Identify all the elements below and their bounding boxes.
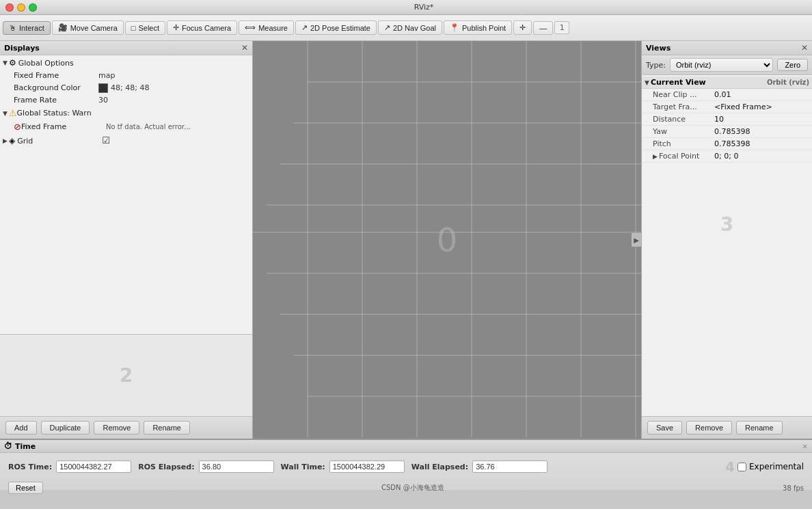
views-type-select[interactable]: Orbit (rviz) xyxy=(670,58,773,72)
background-color-value: 48; 48; 48 xyxy=(98,83,149,93)
global-status-row[interactable]: ▼ ⚠ Global Status: Warn xyxy=(0,107,252,120)
pitch-value: 0.785398 xyxy=(714,139,750,148)
nav-goal-icon: ↗ xyxy=(384,23,390,32)
remove-display-button[interactable]: Remove xyxy=(94,421,139,435)
fixed-frame-row[interactable]: Fixed Frame map xyxy=(0,70,252,82)
views-zero-button[interactable]: Zero xyxy=(777,59,808,71)
orbit-label: Orbit (rviz) xyxy=(767,79,809,86)
clock-icon: ⏱ xyxy=(4,441,12,451)
near-clip-row[interactable]: Near Clip ... 0.01 xyxy=(642,89,812,101)
measure-button[interactable]: ⟺ Measure xyxy=(239,20,294,35)
warn-icon: ⚠ xyxy=(9,107,17,120)
views-type-label: Type: xyxy=(646,61,666,70)
grid-row[interactable]: ▶ ◈ Grid ☑ xyxy=(0,134,252,148)
background-color-label: Background Color xyxy=(14,83,96,93)
close-button[interactable] xyxy=(5,3,14,12)
focal-point-arrow[interactable]: ▶ xyxy=(653,153,658,160)
grid-arrow[interactable]: ▶ xyxy=(3,137,8,146)
pose-estimate-button[interactable]: ↗ 2D Pose Estimate xyxy=(295,20,377,35)
wall-time-label: Wall Time: xyxy=(281,463,325,471)
time-footer: Reset CSDN @小海龟造造 38 fps xyxy=(0,480,812,495)
yaw-row[interactable]: Yaw 0.785398 xyxy=(642,126,812,138)
maximize-button[interactable] xyxy=(29,3,37,12)
current-view-arrow[interactable]: ▼ xyxy=(645,79,649,86)
publish-point-button[interactable]: 📍 Publish Point xyxy=(444,20,512,35)
move-camera-icon: 🎥 xyxy=(58,23,68,32)
ros-time-input[interactable] xyxy=(56,460,131,473)
select-button[interactable]: □ Select xyxy=(125,21,165,35)
wall-elapsed-input[interactable] xyxy=(472,460,547,473)
rename-view-button[interactable]: Rename xyxy=(736,421,783,435)
views-type-row: Type: Orbit (rviz) Zero xyxy=(642,55,812,75)
current-view-label: Current View xyxy=(651,78,706,87)
frame-rate-row[interactable]: Frame Rate 30 xyxy=(0,94,252,107)
wall-time-group: Wall Time: xyxy=(281,460,405,473)
global-options-row[interactable]: ▼ ⚙ Global Options xyxy=(0,57,252,70)
views-panel: Views ✕ Type: Orbit (rviz) Zero ▼ Curren… xyxy=(641,41,812,439)
focus-camera-icon: ✛ xyxy=(173,23,179,32)
viewport-area[interactable]: 0 ▶ xyxy=(253,41,641,439)
views-close-button[interactable]: ✕ xyxy=(801,43,808,53)
target-frame-label: Target Fra... xyxy=(653,102,714,111)
nav-goal-button[interactable]: ↗ 2D Nav Goal xyxy=(378,20,442,35)
fixed-frame-label: Fixed Frame xyxy=(14,70,96,81)
frame-rate-value: 30 xyxy=(98,95,108,105)
toolbar: 🖱 Interact 🎥 Move Camera □ Select ✛ Focu… xyxy=(0,15,812,41)
remove-view-button[interactable]: Remove xyxy=(686,421,732,435)
displays-panel-header: Displays ✕ xyxy=(0,41,252,55)
focal-point-row[interactable]: ▶ Focal Point 0; 0; 0 xyxy=(642,150,812,163)
add-toolbar-button[interactable]: ✛ xyxy=(513,20,532,35)
grid-label: Grid xyxy=(17,136,99,146)
experimental-checkbox[interactable] xyxy=(737,463,746,471)
time-title: Time xyxy=(15,442,36,451)
fixed-frame-error-row[interactable]: ⊘ Fixed Frame No tf data. Actual error..… xyxy=(0,120,252,134)
displays-tree: ▼ ⚙ Global Options Fixed Frame map Backg… xyxy=(0,55,252,334)
views-panel-header: Views ✕ xyxy=(642,41,812,55)
displays-close-button[interactable]: ✕ xyxy=(241,43,248,53)
ros-elapsed-input[interactable] xyxy=(199,460,274,473)
fixed-frame-error-value: No tf data. Actual error... xyxy=(106,122,191,132)
global-options-arrow[interactable]: ▼ xyxy=(3,59,8,68)
interact-button[interactable]: 🖱 Interact xyxy=(3,21,51,35)
ros-elapsed-label: ROS Elapsed: xyxy=(138,463,194,471)
ros-time-label: ROS Time: xyxy=(8,463,52,471)
yaw-label: Yaw xyxy=(653,127,714,136)
window-title: RViz* xyxy=(41,3,807,12)
select-icon: □ xyxy=(131,24,136,32)
reset-button[interactable]: Reset xyxy=(8,482,43,494)
add-display-button[interactable]: Add xyxy=(5,421,37,435)
frame-rate-label: Frame Rate xyxy=(14,95,96,105)
current-view-header[interactable]: ▼ Current View Orbit (rviz) xyxy=(642,77,812,89)
global-status-arrow[interactable]: ▼ xyxy=(3,109,8,118)
focal-point-label: Focal Point xyxy=(659,152,699,161)
displays-bottom-area: 2 xyxy=(0,334,252,416)
near-clip-value: 0.01 xyxy=(714,90,731,99)
distance-row[interactable]: Distance 10 xyxy=(642,113,812,126)
background-color-row[interactable]: Background Color 48; 48; 48 xyxy=(0,82,252,94)
publish-point-icon: 📍 xyxy=(450,23,459,32)
measure-icon: ⟺ xyxy=(245,23,256,32)
section-number-1: 1 xyxy=(554,21,569,34)
pitch-row[interactable]: Pitch 0.785398 xyxy=(642,138,812,150)
toolbar-minus-button[interactable]: — xyxy=(533,21,553,35)
distance-value: 10 xyxy=(714,115,724,124)
minimize-button[interactable] xyxy=(17,3,25,12)
time-close-button[interactable]: ✕ xyxy=(802,443,808,450)
experimental-group: 4 Experimental xyxy=(725,458,804,475)
grid-icon: ◈ xyxy=(9,135,15,147)
move-camera-button[interactable]: 🎥 Move Camera xyxy=(52,20,124,35)
focus-camera-button[interactable]: ✛ Focus Camera xyxy=(167,20,237,35)
window-controls[interactable] xyxy=(5,3,37,12)
duplicate-display-button[interactable]: Duplicate xyxy=(41,421,90,435)
target-frame-row[interactable]: Target Fra... <Fixed Frame> xyxy=(642,101,812,113)
views-buttons: Save Remove Rename xyxy=(642,416,812,439)
fps-display: 38 fps xyxy=(783,484,804,492)
save-view-button[interactable]: Save xyxy=(647,421,682,435)
experimental-label: Experimental xyxy=(749,462,804,471)
global-options-label: Global Options xyxy=(18,58,100,68)
wall-time-input[interactable] xyxy=(329,460,405,473)
wall-elapsed-group: Wall Elapsed: xyxy=(411,460,547,473)
title-bar: RViz* xyxy=(0,0,812,15)
rename-display-button[interactable]: Rename xyxy=(144,421,190,435)
viewport-expand-right[interactable]: ▶ xyxy=(632,233,641,247)
